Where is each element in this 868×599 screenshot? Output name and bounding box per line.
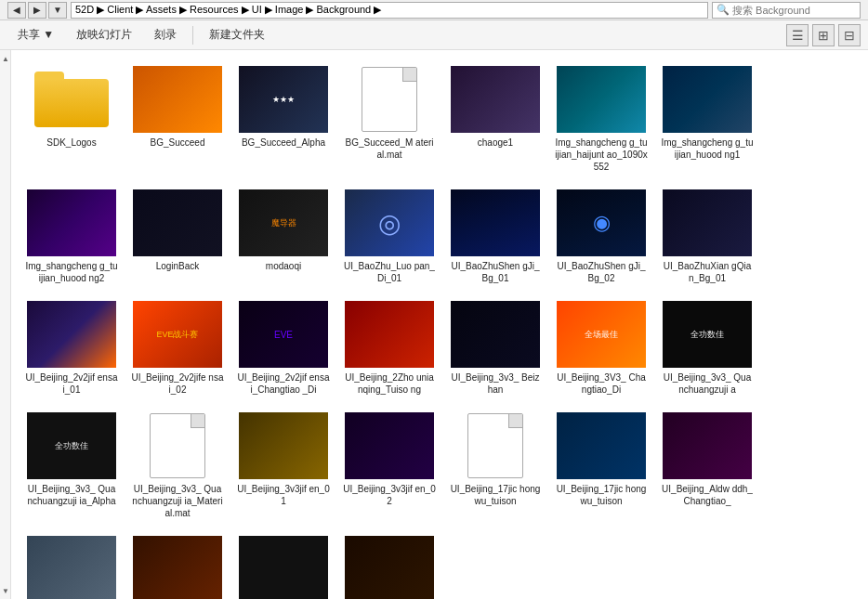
file-thumbnail bbox=[27, 536, 116, 599]
file-item[interactable]: UI_Beijing_2Zho unianqing_Tuiso ng bbox=[338, 294, 441, 402]
file-label: UI_Beijing_Aldw ddh_Changtiao_ bbox=[661, 483, 754, 507]
file-item[interactable]: BG_Succeed_M aterial.mat bbox=[338, 59, 441, 179]
burn-button[interactable]: 刻录 bbox=[144, 23, 187, 47]
file-label: UI_Beijing_2v2jife nsai_02 bbox=[131, 371, 224, 396]
file-item[interactable]: SDK_Logos bbox=[20, 59, 123, 179]
file-item[interactable]: UI_Beijing_17jic hongwu_tuison bbox=[444, 406, 546, 526]
toolbar: 共享 ▼ 放映幻灯片 刻录 新建文件夹 ☰ ⊞ ⊟ bbox=[0, 20, 868, 50]
slideshow-button[interactable]: 放映幻灯片 bbox=[66, 23, 142, 47]
file-item[interactable]: ★★★BG_Succeed_Alpha bbox=[232, 59, 335, 179]
file-thumbnail: ◎ bbox=[345, 189, 434, 256]
file-item[interactable]: BG_Succeed bbox=[126, 59, 229, 179]
file-thumbnail bbox=[451, 412, 540, 479]
file-label: Img_shangcheng g_tuijian_haijunt ao_1090… bbox=[555, 137, 648, 173]
detail-view-button[interactable]: ⊟ bbox=[838, 24, 861, 46]
file-label: UI_BaoZhu_Luo pan_Di_01 bbox=[343, 260, 436, 284]
file-grid: SDK_LogosBG_Succeed★★★BG_Succeed_AlphaBG… bbox=[20, 59, 859, 599]
file-item[interactable]: UI_Beijing_3v3_ Quanchuangzuji ia_Materi… bbox=[126, 406, 229, 526]
file-label: SDK_Logos bbox=[46, 137, 96, 149]
scroll-up[interactable]: ▲ bbox=[1, 54, 10, 63]
file-item[interactable]: UI_Beijing_3v3jif en_02 bbox=[338, 406, 441, 526]
file-thumbnail bbox=[27, 66, 116, 133]
file-thumbnail bbox=[345, 412, 434, 479]
file-label: UI_Beijing_2v2jif ensai_Changtiao _Di bbox=[237, 371, 330, 396]
file-item[interactable]: EVE战斗赛UI_Beijing_2v2jife nsai_02 bbox=[126, 294, 229, 402]
file-item[interactable]: 全功数佳UI_Beijing_3v3_ Quanchuangzuji ia_Al… bbox=[20, 406, 123, 526]
file-label: UI_Beijing_3V3_ Changtiao_Di bbox=[555, 371, 648, 396]
file-item[interactable]: chaoge1 bbox=[444, 59, 546, 179]
file-thumbnail bbox=[345, 301, 434, 368]
file-thumbnail bbox=[345, 536, 434, 599]
view-controls: ☰ ⊞ ⊟ bbox=[786, 24, 861, 46]
file-label: UI_Beijing_2Zho unianqing_Tuiso ng bbox=[343, 371, 436, 396]
file-thumbnail: ★★★ bbox=[239, 66, 328, 133]
file-thumbnail bbox=[663, 412, 752, 479]
file-item[interactable]: EVEUI_Beijing_2v2jif ensai_Changtiao _Di bbox=[232, 294, 335, 402]
file-thumbnail bbox=[557, 66, 646, 133]
list-view-button[interactable]: ☰ bbox=[786, 24, 809, 46]
toolbar-separator bbox=[192, 26, 193, 45]
file-thumbnail: 全功数佳 bbox=[663, 301, 752, 368]
file-item[interactable]: UI_Beijing_2v2jif ensai_01 bbox=[20, 294, 123, 402]
file-item[interactable]: 魔导器modaoqi bbox=[232, 183, 335, 291]
file-item[interactable]: UI_Beijing_17jic hongwu_tuison bbox=[550, 406, 652, 526]
file-label: UI_Beijing_3v3jif en_02 bbox=[343, 483, 436, 507]
file-label: Img_shangcheng g_tuijian_huood ng2 bbox=[25, 260, 118, 284]
file-thumbnail: ◉ bbox=[557, 189, 646, 256]
file-item[interactable]: Img_shangcheng g_tuijian_huood ng1 bbox=[656, 59, 758, 179]
address-bar[interactable]: 52D ▶ Client ▶ Assets ▶ Resources ▶ UI ▶… bbox=[71, 2, 708, 19]
file-item[interactable]: UI_Beijing_3v3jif en_01 bbox=[232, 406, 335, 526]
search-bar[interactable]: 🔍 bbox=[712, 2, 861, 19]
file-label: UI_Beijing_3v3jif en_01 bbox=[237, 483, 330, 507]
grid-view-button[interactable]: ⊞ bbox=[812, 24, 835, 46]
file-label: BG_Succeed bbox=[151, 137, 205, 149]
file-label: modaoqi bbox=[266, 260, 301, 272]
file-thumbnail bbox=[663, 189, 752, 256]
file-content: SDK_LogosBG_Succeed★★★BG_Succeed_AlphaBG… bbox=[11, 50, 868, 599]
forward-button[interactable]: ▶ bbox=[28, 2, 46, 19]
file-item[interactable]: Img_shangcheng g_tuijian_haijunt ao_1090… bbox=[550, 59, 652, 179]
file-item[interactable]: UI_BaoZhuShen gJi_Bg_01 bbox=[444, 183, 546, 291]
file-thumbnail bbox=[557, 412, 646, 479]
file-thumbnail bbox=[451, 189, 540, 256]
file-item[interactable]: ◉UI_BaoZhuShen gJi_Bg_02 bbox=[550, 183, 652, 291]
file-item[interactable]: Img_shangcheng g_tuijian_huood ng2 bbox=[20, 183, 123, 291]
back-button[interactable]: ◀ bbox=[7, 2, 26, 19]
file-thumbnail: 魔导器 bbox=[239, 189, 328, 256]
main-area: ▲ ▼ SDK_LogosBG_Succeed★★★BG_Succeed_Alp… bbox=[0, 50, 868, 599]
file-thumbnail bbox=[133, 66, 222, 133]
file-label: UI_BaoZhuXian gQian_Bg_01 bbox=[661, 260, 754, 284]
address-text: 52D ▶ Client ▶ Assets ▶ Resources ▶ UI ▶… bbox=[75, 4, 704, 16]
file-thumbnail: 全功数佳 bbox=[27, 412, 116, 479]
file-item[interactable]: 全功数佳UI_Beijing_3v3_ Quanchuangzuji a bbox=[656, 294, 758, 402]
file-item[interactable]: LoginBack bbox=[126, 183, 229, 291]
nav-buttons: ◀ ▶ ▼ bbox=[7, 2, 67, 19]
file-label: UI_BaoZhuShen gJi_Bg_02 bbox=[555, 260, 648, 284]
file-label: UI_Beijing_17jic hongwu_tuison bbox=[449, 483, 542, 507]
new-folder-button[interactable]: 新建文件夹 bbox=[199, 23, 275, 47]
file-label: BG_Succeed_Alpha bbox=[242, 137, 325, 149]
file-item[interactable]: UI_Beijing_Aldw ddh_Changtiao_ bbox=[656, 406, 758, 526]
file-thumbnail bbox=[451, 301, 540, 368]
file-thumbnail bbox=[133, 536, 222, 599]
search-input[interactable] bbox=[732, 5, 856, 16]
file-label: BG_Succeed_M aterial.mat bbox=[343, 137, 436, 161]
file-thumbnail bbox=[133, 412, 222, 479]
file-label: UI_Beijing_2v2jif ensai_01 bbox=[25, 371, 118, 396]
file-thumbnail: EVE战斗赛 bbox=[133, 301, 222, 368]
scroll-down[interactable]: ▼ bbox=[1, 586, 10, 595]
file-thumbnail bbox=[27, 189, 116, 256]
recent-button[interactable]: ▼ bbox=[48, 2, 67, 19]
file-item[interactable]: ◎UI_BaoZhu_Luo pan_Di_01 bbox=[338, 183, 441, 291]
file-thumbnail bbox=[451, 66, 540, 133]
file-label: UI_BaoZhuShen gJi_Bg_01 bbox=[449, 260, 542, 284]
file-item[interactable]: UI_Beijing_Baoz hu_Di bbox=[126, 529, 229, 599]
file-item[interactable]: UI_Beijing_3v3_ Beizhan bbox=[444, 294, 546, 402]
share-button[interactable]: 共享 ▼ bbox=[7, 23, 64, 47]
file-item[interactable]: UI_BaoZhuXian gQian_Bg_01 bbox=[656, 183, 758, 291]
file-item[interactable]: UI_Beijing_Antu en bbox=[20, 529, 123, 599]
file-item[interactable]: 全场最佳UI_Beijing_3V3_ Changtiao_Di bbox=[550, 294, 652, 402]
file-thumbnail: 全场最佳 bbox=[557, 301, 646, 368]
file-item[interactable]: UI_Beijing_Beixi moer bbox=[338, 529, 441, 599]
file-item[interactable]: UI_Beijing_Beib ao_Youbianbufe bbox=[232, 529, 335, 599]
